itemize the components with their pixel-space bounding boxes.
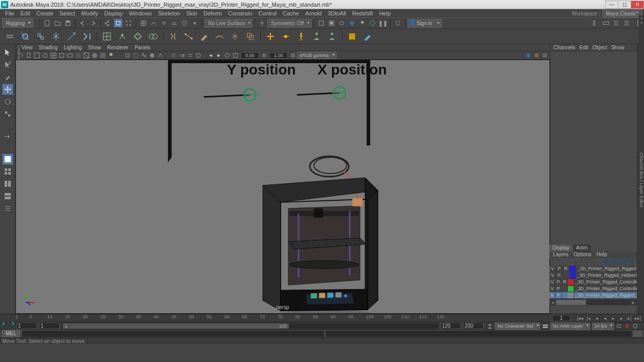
panel-vp-prev-icon[interactable]: ◂ [207,52,214,59]
render-light-icon[interactable] [358,19,366,27]
menu-edit[interactable]: Edit [17,10,33,16]
shelf-mirror-joint-icon[interactable] [50,30,62,43]
panel-shadows-icon[interactable] [116,52,123,59]
shelf-insert-joint-icon[interactable] [34,30,47,43]
panel-shaded-icon[interactable] [91,52,98,59]
shelf-constraint-point-icon[interactable] [280,30,292,43]
playback-next-key-icon[interactable]: ▸ [618,315,625,321]
render-globals-icon[interactable] [369,19,377,27]
playback-start-icon[interactable]: |◂◂ [577,315,584,321]
redo-icon[interactable] [89,19,97,27]
layer-scrollbar[interactable]: ◂▸ [549,299,637,306]
toolbar-extra-icon[interactable] [394,19,402,27]
fps-dropdown[interactable]: 24 fps [592,322,614,330]
snap-plane-icon[interactable] [170,19,178,27]
panel-xray-joints-icon[interactable] [140,52,148,59]
menu-skeleton[interactable]: Skeleton [155,10,183,16]
layer-color-swatch[interactable] [568,279,574,285]
panel-film-gate-icon[interactable] [58,52,65,59]
panel-exposure-field[interactable]: 0.00 [241,52,259,59]
shelf-custom-1-icon[interactable] [346,30,358,43]
range-start-inner[interactable]: 1 [39,322,60,329]
snap-curve-icon[interactable] [150,19,158,27]
layer-type-toggle[interactable]: R [563,266,569,271]
shelf-pose-icon[interactable] [326,30,338,43]
menu-redshift[interactable]: Redshift [349,10,376,16]
layer-move-down-icon[interactable] [612,259,618,265]
layer-tab-display[interactable]: Display [549,244,573,252]
workspace-selector[interactable]: Maya Classic* [602,10,642,17]
shelf-menu-icon[interactable] [4,30,16,43]
panel-gate-mask-icon[interactable] [75,52,82,59]
toggle-attr-editor-icon[interactable] [612,19,620,27]
panel-vp-settings-icon[interactable] [224,52,231,59]
toggle-tool-settings-icon[interactable] [622,19,631,27]
panel-bookmark-icon[interactable] [25,52,32,59]
four-pane-layout[interactable] [2,166,13,177]
layer-tab-anim[interactable]: Anim [573,244,591,252]
character-set-dropdown[interactable]: No Character Set [495,322,540,330]
hypershade-icon[interactable] [348,19,356,27]
panel-exposure-icon[interactable] [149,52,156,59]
layer-row[interactable]: VP_3D_Printer_Rigged_Rigged_Bo [549,292,637,299]
shelf-bind-skin-icon[interactable] [167,30,179,43]
shelf-character-icon[interactable] [310,30,323,43]
panel-btn-3-icon[interactable] [541,52,548,59]
panel-ao-icon[interactable] [170,52,177,59]
cb-menu-edit[interactable]: Edit [577,45,590,50]
current-frame-field[interactable]: 1 [552,315,571,321]
layer-type-toggle[interactable]: R [562,279,568,284]
render-settings-icon[interactable] [338,19,346,27]
menu-file[interactable]: File [2,10,17,16]
panel-gamma-icon[interactable] [157,52,164,59]
panel-gamma-adj-icon[interactable] [261,52,268,59]
layer-color-swatch[interactable] [568,286,574,292]
layer-visible-toggle[interactable]: V [549,286,556,291]
range-prefs-icon[interactable] [632,323,639,329]
sign-in-button[interactable]: Sign in [408,19,442,28]
playback-step-back-icon[interactable]: |◂ [585,315,592,321]
panel-menu-renderer[interactable]: Renderer [104,45,132,50]
undo-icon[interactable] [79,19,87,27]
range-anim-layer-icon[interactable] [542,323,549,329]
shelf-orient-joint-icon[interactable] [65,30,78,43]
shelf-joint-icon[interactable] [19,30,31,43]
restore-button[interactable]: ◻ [618,1,631,9]
script-lang-selector[interactable]: MEL [2,330,20,337]
toggle-view-icon[interactable] [602,19,610,27]
layer-row[interactable]: VPR_3D_Printer_Rigged_Controllers [549,279,637,285]
live-surface-dropdown[interactable]: No Live Surface [205,19,252,28]
layer-new-selected-icon[interactable] [629,259,635,265]
range-character-icon[interactable] [486,323,493,329]
render-frame-icon[interactable] [317,19,325,27]
panel-textured-icon[interactable] [99,52,106,59]
lasso-tool[interactable] [2,59,13,70]
save-scene-icon[interactable] [64,19,72,27]
layer-visible-toggle[interactable]: V [549,279,556,284]
layer-color-swatch[interactable] [569,266,576,272]
menu-control[interactable]: Control [255,10,280,16]
paint-select-tool[interactable] [2,71,13,83]
menu-help[interactable]: Help [376,10,394,16]
menu-deform[interactable]: Deform [200,10,225,16]
panel-isolate-icon[interactable] [124,52,131,59]
playback-prev-key-icon[interactable]: ◂ [593,315,600,321]
panel-lights-icon[interactable] [107,52,115,59]
layer-playback-toggle[interactable]: P [556,273,563,278]
scale-tool[interactable] [2,108,13,120]
menu-constrain[interactable]: Constrain [225,10,255,16]
shelf-wire-icon[interactable] [132,30,144,43]
layer-menu-layers[interactable]: Layers [550,252,571,258]
panel-dof-icon[interactable] [195,52,202,59]
range-track[interactable]: 1120 [62,323,438,329]
range-start-outer[interactable]: 1 [16,322,37,329]
shelf-scrollbar[interactable]: ▴▾ [639,15,644,44]
playback-end-icon[interactable]: ▸▸| [634,315,641,321]
panel-wireframe-icon[interactable] [83,52,90,59]
panel-gamma-field[interactable]: 1.00 [269,52,288,59]
menu-select[interactable]: Select [57,10,79,16]
shelf-blend-shape-icon[interactable] [147,30,159,43]
layer-row[interactable]: VP_3D_Printer_Rigged_Helpers [549,272,637,279]
layer-new-empty-icon[interactable] [620,259,627,265]
auto-key-icon[interactable] [623,323,631,329]
